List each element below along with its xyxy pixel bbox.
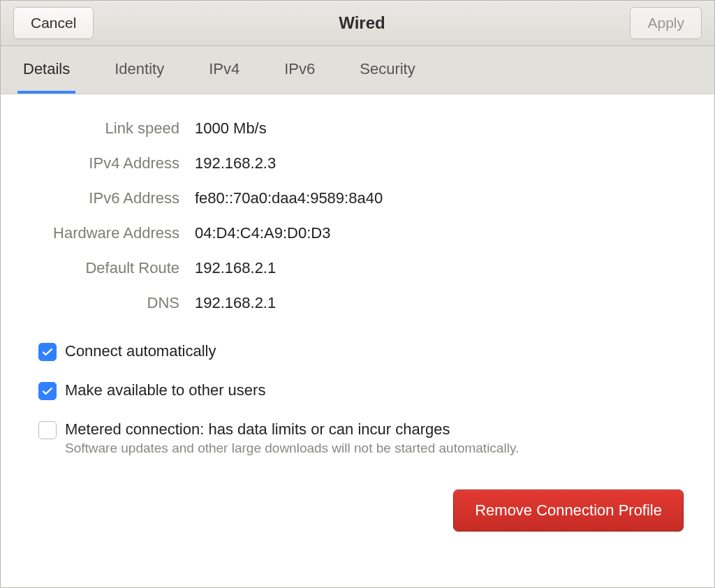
label-connect-automatically: Connect automatically [65, 341, 216, 361]
check-icon [42, 346, 53, 358]
header-bar: Cancel Wired Apply [1, 1, 714, 46]
value-ipv4-address: 192.168.2.3 [195, 154, 688, 172]
dialog-title: Wired [339, 13, 385, 33]
value-ipv6-address: fe80::70a0:daa4:9589:8a40 [195, 189, 688, 207]
option-connect-automatically: Connect automatically [38, 341, 688, 361]
option-share-other-users: Make available to other users [38, 381, 688, 400]
label-link-speed: Link speed [27, 119, 181, 138]
tab-security[interactable]: Security [354, 46, 420, 94]
tab-bar: Details Identity IPv4 IPv6 Security [1, 46, 714, 94]
tab-ipv6[interactable]: IPv6 [279, 46, 320, 94]
label-default-route: Default Route [27, 259, 181, 277]
danger-actions: Remove Connection Profile [27, 490, 688, 531]
label-ipv4-address: IPv4 Address [27, 154, 181, 172]
label-hardware-address: Hardware Address [27, 224, 181, 242]
cancel-button[interactable]: Cancel [13, 7, 94, 39]
tab-details[interactable]: Details [17, 46, 75, 94]
content-pane: Link speed 1000 Mb/s IPv4 Address 192.16… [1, 94, 714, 587]
value-dns: 192.168.2.1 [195, 294, 688, 312]
apply-button[interactable]: Apply [630, 7, 702, 39]
remove-connection-profile-button[interactable]: Remove Connection Profile [453, 490, 684, 531]
label-share-other-users: Make available to other users [65, 381, 265, 400]
options-group: Connect automatically Make available to … [38, 341, 688, 456]
tab-ipv4[interactable]: IPv4 [203, 46, 245, 94]
value-hardware-address: 04:D4:C4:A9:D0:D3 [195, 224, 688, 242]
label-ipv6-address: IPv6 Address [27, 189, 181, 207]
sublabel-metered-connection: Software updates and other large downloa… [65, 441, 519, 456]
checkbox-metered-connection[interactable] [38, 421, 57, 439]
dialog-window: Cancel Wired Apply Details Identity IPv4… [0, 0, 715, 588]
connection-details: Link speed 1000 Mb/s IPv4 Address 192.16… [27, 119, 688, 312]
value-default-route: 192.168.2.1 [195, 259, 688, 277]
checkbox-connect-automatically[interactable] [38, 343, 57, 361]
label-dns: DNS [27, 294, 181, 312]
tab-identity[interactable]: Identity [109, 46, 170, 94]
option-metered-connection: Metered connection: has data limits or c… [38, 420, 688, 456]
label-metered-connection: Metered connection: has data limits or c… [65, 420, 519, 439]
check-icon [42, 385, 53, 397]
checkbox-share-other-users[interactable] [38, 382, 57, 400]
value-link-speed: 1000 Mb/s [195, 119, 688, 138]
